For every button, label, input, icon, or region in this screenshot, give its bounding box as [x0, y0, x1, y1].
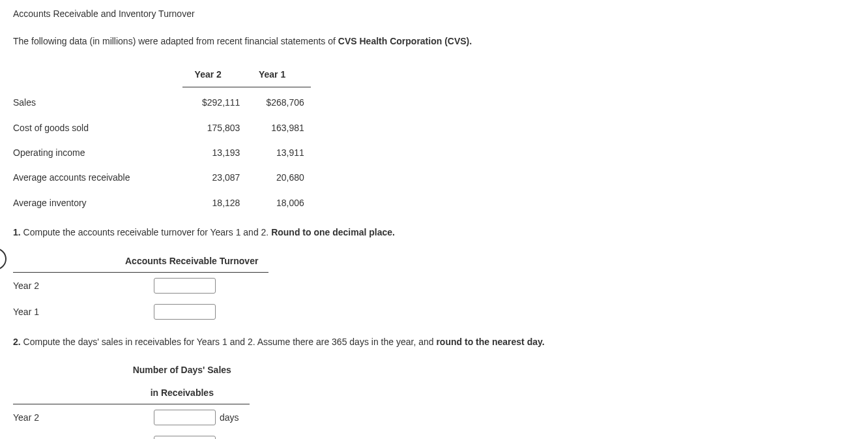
answer-row: Year 1 — [13, 299, 268, 325]
col-year1: Year 1 — [246, 62, 310, 87]
q2-year2-input[interactable] — [154, 410, 216, 425]
q1-text: Compute the accounts receivable turnover… — [21, 227, 271, 237]
unit-label: days — [220, 410, 239, 425]
row-y2: 23,087 — [182, 165, 246, 190]
col-year2: Year 2 — [182, 62, 246, 87]
blank-header — [13, 382, 115, 404]
blank-header — [13, 62, 182, 87]
table-row: Operating income 13,193 13,911 — [13, 140, 311, 165]
question-1: 1. Compute the accounts receivable turno… — [13, 225, 855, 239]
answer-row: Year 2 days — [13, 404, 250, 431]
blank-header — [13, 250, 115, 273]
row-y1: $268,706 — [246, 87, 310, 115]
intro-text: The following data (in millions) were ad… — [13, 34, 855, 48]
q2-bold: round to the nearest day. — [436, 337, 544, 347]
table-row: Average inventory 18,128 18,006 — [13, 190, 311, 215]
question-2: 2. Compute the days' sales in receivable… — [13, 335, 855, 349]
financial-data-table: Year 2 Year 1 Sales $292,111 $268,706 Co… — [13, 62, 311, 215]
page-title: Accounts Receivable and Inventory Turnov… — [13, 7, 855, 21]
q2-year1-input[interactable] — [154, 436, 216, 439]
row-y2: 18,128 — [182, 190, 246, 215]
row-y2: $292,111 — [182, 87, 246, 115]
q2-header-line2: in Receivables — [115, 382, 250, 404]
q1-header: Accounts Receivable Turnover — [115, 250, 268, 273]
answer-row: Year 1 days — [13, 431, 250, 439]
row-label: Cost of goods sold — [13, 115, 182, 140]
q1-number: 1. — [13, 227, 21, 237]
blank-header — [13, 359, 115, 381]
row-y1: 13,911 — [246, 140, 310, 165]
row-label: Sales — [13, 87, 182, 115]
q2-number: 2. — [13, 337, 21, 347]
row-y1: 20,680 — [246, 165, 310, 190]
answer-label: Year 1 — [13, 299, 115, 325]
row-y1: 18,006 — [246, 190, 310, 215]
answer-label: Year 2 — [13, 272, 115, 299]
q1-bold: Round to one decimal place. — [271, 227, 395, 237]
answer-label: Year 1 — [13, 431, 115, 439]
answer-label: Year 2 — [13, 404, 115, 431]
intro-company: CVS Health Corporation (CVS). — [338, 36, 472, 46]
unit-label: days — [220, 436, 239, 439]
intro-prefix: The following data (in millions) were ad… — [13, 36, 338, 46]
row-y2: 175,803 — [182, 115, 246, 140]
q2-text: Compute the days' sales in receivables f… — [21, 337, 437, 347]
table-row: Sales $292,111 $268,706 — [13, 87, 311, 115]
row-label: Average accounts receivable — [13, 165, 182, 190]
row-y1: 163,981 — [246, 115, 310, 140]
row-label: Operating income — [13, 140, 182, 165]
q1-year1-input[interactable] — [154, 304, 216, 320]
row-label: Average inventory — [13, 190, 182, 215]
q1-answer-table: Accounts Receivable Turnover Year 2 Year… — [13, 250, 268, 325]
q2-answer-table: Number of Days' Sales in Receivables Yea… — [13, 359, 250, 439]
q2-header-line1: Number of Days' Sales — [115, 359, 250, 381]
q1-year2-input[interactable] — [154, 278, 216, 294]
table-row: Average accounts receivable 23,087 20,68… — [13, 165, 311, 190]
decorative-arc — [0, 248, 7, 270]
answer-row: Year 2 — [13, 272, 268, 299]
row-y2: 13,193 — [182, 140, 246, 165]
table-row: Cost of goods sold 175,803 163,981 — [13, 115, 311, 140]
